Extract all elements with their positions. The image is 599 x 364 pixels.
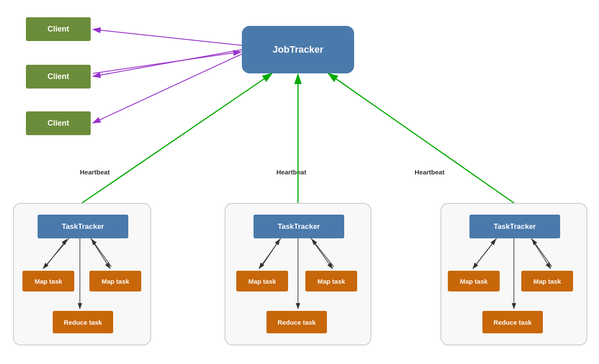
map-task-2: Map task [89, 271, 141, 291]
heartbeat-label-1: Heartbeat [80, 168, 110, 176]
diagram: Client Client Client JobTracker TaskTrac… [0, 0, 599, 364]
svg-line-11 [328, 73, 514, 203]
tasktracker-container-3: TaskTracker Map task Map task Reduce tas… [441, 203, 587, 345]
client-node-3: Client [26, 111, 91, 135]
svg-line-8 [93, 52, 241, 73]
svg-line-6 [93, 50, 242, 76]
tasktracker-container-1: TaskTracker Map task Map task Reduce tas… [13, 203, 151, 345]
svg-line-9 [82, 73, 272, 203]
heartbeat-label-2: Heartbeat [276, 168, 306, 176]
jobtracker-node: JobTracker [242, 26, 354, 73]
tasktracker-container-2: TaskTracker Map task Map task Reduce tas… [225, 203, 371, 345]
heartbeat-label-3: Heartbeat [415, 168, 444, 176]
map-task-4: Map task [305, 271, 357, 291]
tasktracker-node-1: TaskTracker [38, 215, 128, 238]
svg-line-5 [93, 29, 242, 45]
reduce-task-1: Reduce task [53, 311, 113, 333]
tasktracker-node-2: TaskTracker [254, 215, 344, 238]
reduce-task-2: Reduce task [266, 311, 327, 333]
map-task-1: Map task [22, 271, 74, 291]
client-node-2: Client [26, 65, 91, 89]
map-task-3: Map task [236, 271, 288, 291]
tasktracker-node-3: TaskTracker [469, 215, 560, 238]
client-node-1: Client [26, 17, 91, 41]
svg-line-7 [93, 54, 242, 123]
reduce-task-3: Reduce task [482, 311, 543, 333]
map-task-5: Map task [448, 271, 500, 291]
map-task-6: Map task [521, 271, 573, 291]
